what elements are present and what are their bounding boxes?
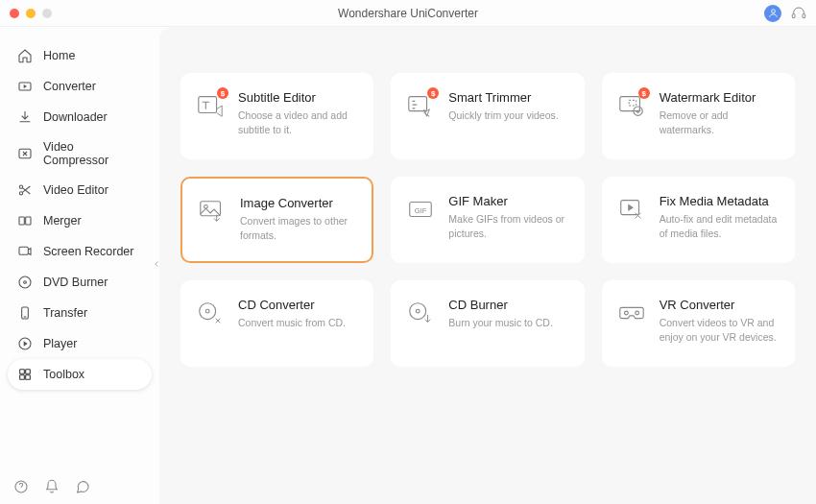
sidebar-item-home[interactable]: Home	[8, 40, 152, 71]
bell-icon[interactable]	[44, 479, 60, 494]
sidebar-item-label: Video Editor	[43, 183, 108, 197]
play-icon	[17, 336, 33, 351]
sidebar-item-label: Home	[43, 49, 75, 62]
svg-point-29	[200, 303, 216, 320]
sidebar-item-player[interactable]: Player	[8, 328, 152, 359]
svg-rect-19	[199, 97, 217, 113]
card-desc: Convert videos to VR and enjoy on your V…	[660, 316, 780, 344]
app-title: Wondershare UniConverter	[338, 7, 478, 20]
sidebar-item-label: Toolbox	[43, 368, 84, 381]
svg-point-10	[19, 276, 31, 288]
svg-rect-20	[409, 97, 427, 111]
sidebar-item-label: Player	[43, 337, 77, 350]
maximize-dot[interactable]	[42, 9, 52, 18]
sidebar-item-editor[interactable]: Video Editor	[8, 175, 152, 205]
sidebar-item-merger[interactable]: Merger	[8, 205, 152, 236]
close-dot[interactable]	[10, 9, 19, 18]
card-desc: Convert images to other formats.	[240, 214, 356, 242]
premium-badge: $	[217, 87, 228, 99]
compress-icon	[17, 146, 33, 161]
svg-rect-17	[26, 375, 31, 380]
image-icon	[198, 197, 227, 226]
sidebar-item-label: Merger	[43, 214, 82, 228]
svg-rect-16	[20, 375, 25, 380]
cd-convert-icon	[196, 299, 225, 327]
sidebar-item-compressor[interactable]: Video Compressor	[8, 132, 152, 175]
svg-rect-2	[803, 13, 805, 17]
svg-point-33	[624, 311, 628, 315]
svg-point-5	[19, 185, 22, 188]
card-desc: Auto-fix and edit metadata of media file…	[660, 212, 780, 240]
tool-watermark-editor[interactable]: $ Watermark Editor Remove or add waterma…	[602, 73, 795, 159]
card-desc: Choose a video and add subtitle to it.	[238, 108, 358, 136]
card-title: Image Converter	[240, 196, 356, 210]
scissors-icon	[17, 182, 33, 198]
svg-rect-21	[619, 97, 639, 111]
svg-point-0	[771, 10, 775, 13]
tool-subtitle-editor[interactable]: $ Subtitle Editor Choose a video and add…	[180, 73, 373, 159]
svg-rect-14	[20, 370, 25, 374]
sidebar-item-downloader[interactable]: Downloader	[8, 102, 152, 132]
help-icon[interactable]	[13, 479, 29, 494]
transfer-icon	[17, 305, 33, 321]
premium-badge: $	[427, 87, 439, 99]
svg-point-32	[417, 309, 420, 313]
card-desc: Burn your music to CD.	[448, 316, 553, 330]
card-desc: Remove or add watermarks.	[660, 108, 780, 136]
tool-fix-metadata[interactable]: Fix Media Metadata Auto-fix and edit met…	[602, 177, 795, 263]
tool-smart-trimmer[interactable]: $ Smart Trimmer Quickly trim your videos…	[391, 73, 584, 159]
vr-icon	[617, 299, 646, 327]
sidebar-item-transfer[interactable]: Transfer	[8, 298, 152, 328]
converter-icon	[17, 79, 33, 94]
sidebar-item-label: DVD Burner	[43, 276, 108, 289]
tool-cd-converter[interactable]: CD Converter Convert music from CD.	[180, 280, 373, 367]
sidebar-item-label: Downloader	[43, 110, 108, 124]
svg-text:GIF: GIF	[415, 206, 427, 215]
recorder-icon	[17, 244, 33, 259]
svg-rect-7	[19, 217, 24, 225]
sidebar-item-converter[interactable]: Converter	[8, 71, 152, 102]
sidebar-item-label: Converter	[43, 80, 96, 93]
premium-badge: $	[638, 87, 650, 99]
window-controls[interactable]	[0, 9, 52, 18]
card-title: CD Converter	[238, 298, 346, 312]
gif-icon: GIF	[406, 195, 435, 224]
minimize-dot[interactable]	[26, 9, 36, 18]
card-title: CD Burner	[448, 298, 553, 312]
card-title: Watermark Editor	[660, 90, 780, 105]
disc-icon	[17, 275, 33, 290]
card-title: VR Converter	[660, 298, 780, 312]
svg-point-34	[635, 311, 638, 315]
account-avatar[interactable]	[764, 5, 781, 22]
sidebar-item-label: Video Compressor	[43, 140, 142, 167]
tool-image-converter[interactable]: Image Converter Convert images to other …	[180, 177, 373, 263]
svg-rect-8	[26, 217, 31, 225]
card-title: Smart Trimmer	[448, 90, 558, 105]
svg-point-11	[24, 281, 27, 284]
svg-rect-9	[19, 247, 28, 254]
chat-icon[interactable]	[75, 479, 90, 494]
card-desc: Quickly trim your videos.	[448, 108, 558, 123]
svg-point-30	[205, 309, 209, 313]
sidebar-item-dvd[interactable]: DVD Burner	[8, 267, 152, 298]
svg-rect-1	[792, 13, 795, 17]
card-desc: Convert music from CD.	[238, 316, 346, 330]
svg-point-6	[19, 192, 22, 195]
tool-cd-burner[interactable]: CD Burner Burn your music to CD.	[391, 280, 584, 367]
card-desc: Make GIFs from videos or pictures.	[448, 212, 568, 240]
metadata-icon	[617, 195, 646, 224]
sidebar-item-label: Screen Recorder	[43, 245, 134, 258]
sidebar-item-recorder[interactable]: Screen Recorder	[8, 236, 152, 267]
support-icon[interactable]	[791, 6, 806, 21]
svg-point-31	[410, 303, 426, 320]
sidebar-item-toolbox[interactable]: Toolbox	[8, 359, 152, 390]
card-title: GIF Maker	[448, 194, 568, 208]
card-title: Subtitle Editor	[238, 90, 358, 105]
tool-vr-converter[interactable]: VR Converter Convert videos to VR and en…	[602, 280, 795, 367]
home-icon	[17, 48, 33, 63]
download-icon	[17, 109, 33, 125]
merge-icon	[17, 213, 33, 228]
tool-gif-maker[interactable]: GIF GIF Maker Make GIFs from videos or p…	[391, 177, 584, 263]
svg-rect-15	[26, 370, 31, 374]
sidebar-item-label: Transfer	[43, 306, 87, 320]
